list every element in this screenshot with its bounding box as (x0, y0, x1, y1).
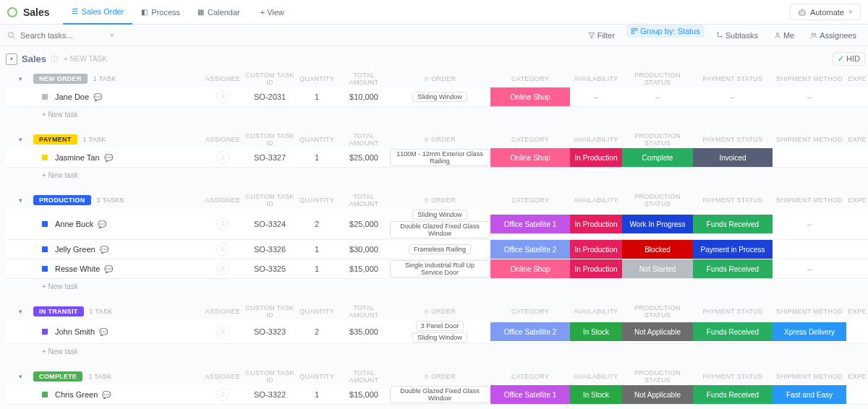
col-payment[interactable]: PAYMENT STATUS (693, 373, 773, 380)
group-status-pill[interactable]: COMPLETE (33, 371, 82, 382)
order-chip[interactable]: Sliding Window (412, 210, 467, 220)
tab-calendar[interactable]: ▦ Calendar (189, 0, 249, 25)
col-production[interactable]: PRODUCTION STATUS (622, 72, 693, 86)
group-status-pill[interactable]: IN TRANSIT (33, 306, 84, 317)
gear-icon[interactable]: ⚙ (424, 137, 429, 143)
status-badge[interactable]: In Production (570, 215, 622, 233)
group-by-button[interactable]: Group by: Status (626, 25, 705, 38)
chat-icon[interactable]: 💬 (104, 154, 113, 162)
order-chip[interactable]: Sliding Window (412, 92, 467, 102)
col-expe[interactable]: EXPE (846, 308, 868, 315)
order-chip[interactable]: Double Glazed Fixed Glass Window (390, 386, 490, 403)
col-payment[interactable]: PAYMENT STATUS (693, 75, 773, 82)
col-assignee[interactable]: ASSIGNEE (201, 136, 244, 143)
new-task-row[interactable]: + New task (6, 107, 868, 122)
col-expe[interactable]: EXPE (846, 373, 868, 380)
status-badge[interactable]: Online Shop (490, 87, 570, 106)
col-availability[interactable]: AVAILABILITY (570, 75, 622, 82)
col-category[interactable]: CATEGORY (490, 373, 570, 380)
col-shipment[interactable]: SHIPMENT METHOD (773, 308, 846, 315)
col-expe[interactable]: EXPE (846, 197, 868, 204)
col-shipment[interactable]: SHIPMENT METHOD (773, 136, 846, 143)
add-view-button[interactable]: + View (253, 8, 292, 17)
chevron-down-icon[interactable]: ▾ (19, 134, 29, 145)
assignees-button[interactable]: Assignees (806, 29, 861, 42)
col-shipment[interactable]: SHIPMENT METHOD (773, 197, 846, 204)
status-badge[interactable]: In Production (570, 148, 622, 167)
col-custom-id[interactable]: CUSTOM TASK ID (244, 369, 295, 384)
assignee-placeholder[interactable] (216, 325, 229, 338)
chat-icon[interactable]: 💬 (93, 93, 102, 101)
gear-icon[interactable]: ⚙ (424, 76, 429, 82)
status-square[interactable] (42, 246, 48, 252)
task-name[interactable]: Jasmine Tan (55, 153, 100, 162)
chevron-down-icon[interactable]: ▾ (19, 74, 29, 84)
group-status-pill[interactable]: PRODUCTION (33, 195, 91, 205)
status-badge[interactable]: Funds Received (693, 322, 773, 341)
status-badge[interactable]: Work In Progress (622, 215, 693, 233)
order-chip[interactable]: 3 Panel Door (416, 321, 464, 331)
col-category[interactable]: CATEGORY (490, 75, 570, 82)
filter-button[interactable]: Filter (584, 29, 619, 42)
col-qty[interactable]: QUANTITY (295, 136, 339, 143)
tab-sales-order[interactable]: ☰ Sales Order (63, 0, 133, 25)
subtasks-button[interactable]: Subtasks (712, 29, 762, 42)
status-badge[interactable]: Online Shop (490, 259, 570, 278)
order-chip[interactable]: Frameless Railing (409, 244, 471, 254)
new-task-row[interactable]: + New task (6, 168, 868, 183)
col-shipment[interactable]: SHIPMENT METHOD (773, 75, 846, 82)
col-qty[interactable]: QUANTITY (295, 75, 339, 82)
status-badge[interactable]: Online Shop (490, 148, 570, 167)
status-square[interactable] (42, 221, 48, 227)
col-production[interactable]: PRODUCTION STATUS (622, 369, 693, 384)
status-badge[interactable]: Office Satellite 2 (490, 240, 570, 259)
new-task-top[interactable]: + NEW TASK (64, 55, 107, 63)
order-chip[interactable]: Single Industrial Roll Up Service Door (390, 260, 490, 277)
status-badge[interactable]: Office Satellite 2 (490, 322, 570, 341)
col-total[interactable]: TOTAL AMOUNT (339, 369, 389, 384)
col-availability[interactable]: AVAILABILITY (570, 373, 622, 380)
chevron-down-icon[interactable]: ▾ (110, 30, 114, 40)
col-expe[interactable]: EXPE (846, 136, 868, 143)
chevron-down-icon[interactable]: ▾ (19, 306, 29, 317)
status-badge[interactable]: In Production (570, 240, 622, 259)
col-assignee[interactable]: ASSIGNEE (201, 373, 244, 380)
assignee-placeholder[interactable] (216, 262, 229, 275)
assignee-placeholder[interactable] (216, 218, 229, 231)
col-production[interactable]: PRODUCTION STATUS (622, 132, 693, 147)
status-badge[interactable]: Payment in Process (693, 240, 773, 259)
status-badge[interactable]: Not Started (622, 259, 693, 278)
status-square[interactable] (42, 94, 48, 100)
chevron-down-icon[interactable]: ▾ (19, 195, 29, 205)
assignee-placeholder[interactable] (216, 90, 229, 103)
gear-icon[interactable]: ⚙ (424, 309, 429, 315)
status-badge[interactable]: In Production (570, 259, 622, 278)
search-input[interactable] (20, 31, 107, 40)
chat-icon[interactable]: 💬 (100, 246, 109, 254)
col-category[interactable]: CATEGORY (490, 197, 570, 204)
group-status-pill[interactable]: NEW ORDER (33, 74, 88, 84)
col-total[interactable]: TOTAL AMOUNT (339, 132, 389, 147)
col-availability[interactable]: AVAILABILITY (570, 136, 622, 143)
chat-icon[interactable]: 💬 (99, 328, 108, 336)
chat-icon[interactable]: 💬 (104, 265, 113, 273)
col-category[interactable]: CATEGORY (490, 308, 570, 315)
order-chip[interactable]: Sliding Window (412, 332, 467, 343)
status-badge[interactable]: Funds Received (693, 215, 773, 233)
new-task-row[interactable]: + New task (6, 344, 868, 359)
status-square[interactable] (42, 329, 48, 335)
status-square[interactable] (42, 266, 48, 272)
col-availability[interactable]: AVAILABILITY (570, 308, 622, 315)
task-name[interactable]: Anne Buck (55, 220, 93, 228)
tab-process[interactable]: ◧ Process (132, 0, 189, 25)
col-qty[interactable]: QUANTITY (295, 197, 339, 204)
col-assignee[interactable]: ASSIGNEE (201, 308, 244, 315)
col-order[interactable]: ⚙ORDER (389, 373, 490, 380)
col-custom-id[interactable]: CUSTOM TASK ID (244, 304, 295, 319)
assignee-placeholder[interactable] (216, 388, 229, 401)
status-badge[interactable]: Xpress Delivery (773, 322, 846, 341)
assignee-placeholder[interactable] (216, 243, 229, 256)
col-order[interactable]: ⚙ORDER (389, 197, 490, 204)
col-category[interactable]: CATEGORY (490, 136, 570, 143)
task-row[interactable]: Jelly Green 💬 SO-3326 1 $30,000 Frameles… (6, 240, 868, 259)
